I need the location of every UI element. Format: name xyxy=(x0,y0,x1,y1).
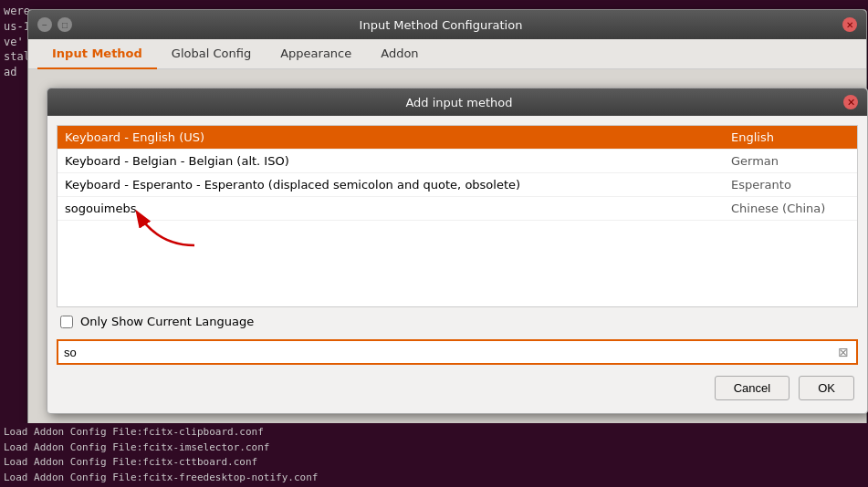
list-item-1[interactable]: Keyboard - Belgian - Belgian (alt. ISO) … xyxy=(58,150,857,173)
list-item-0[interactable]: Keyboard - English (US) English xyxy=(58,126,857,150)
cancel-button[interactable]: Cancel xyxy=(715,376,790,400)
input-method-list[interactable]: Keyboard - English (US) English Keyboard… xyxy=(57,125,858,307)
search-row: ⊠ xyxy=(57,339,858,365)
list-item-3[interactable]: sogouimebs Chinese (China) xyxy=(58,197,857,221)
list-item-1-name: Keyboard - Belgian - Belgian (alt. ISO) xyxy=(65,154,713,168)
tab-global-config[interactable]: Global Config xyxy=(157,39,266,69)
maximize-button[interactable]: □ xyxy=(58,17,72,32)
checkbox-row: Only Show Current Language xyxy=(57,307,858,336)
only-show-current-language-checkbox[interactable] xyxy=(60,316,73,328)
main-window: − □ Input Method Configuration ✕ Input M… xyxy=(27,9,867,487)
list-item-2[interactable]: Keyboard - Esperanto - Esperanto (displa… xyxy=(58,173,857,197)
list-item-1-lang: German xyxy=(713,154,850,168)
terminal-output: Load Addon Config File:fcitx-clipboard.c… xyxy=(0,423,868,487)
list-item-3-lang: Chinese (China) xyxy=(713,202,850,215)
main-window-title: Input Method Configuration xyxy=(72,18,810,32)
minimize-button[interactable]: − xyxy=(37,17,52,32)
list-item-2-name: Keyboard - Esperanto - Esperanto (displa… xyxy=(65,178,713,192)
titlebar-left-controls: − □ xyxy=(37,17,72,32)
tab-addon[interactable]: Addon xyxy=(366,39,433,69)
dialog-titlebar: Add input method ✕ xyxy=(47,88,867,116)
main-titlebar: − □ Input Method Configuration ✕ xyxy=(28,10,866,39)
dialog-title: Add input method xyxy=(75,96,843,109)
checkbox-label: Only Show Current Language xyxy=(80,315,254,328)
terminal-output-line-2: Load Addon Config File:fcitx-imselector.… xyxy=(4,440,864,456)
search-input[interactable] xyxy=(64,346,836,359)
terminal-output-line-1: Load Addon Config File:fcitx-clipboard.c… xyxy=(4,425,864,440)
list-item-2-lang: Esperanto xyxy=(713,178,850,192)
main-close-button[interactable]: ✕ xyxy=(842,17,857,32)
dialog-close-button[interactable]: ✕ xyxy=(843,95,858,109)
list-item-0-name: Keyboard - English (US) xyxy=(65,130,713,144)
search-clear-button[interactable]: ⊠ xyxy=(836,345,851,359)
dialog-buttons-row: Cancel OK xyxy=(57,368,858,404)
list-item-3-name: sogouimebs xyxy=(65,202,713,215)
tab-appearance[interactable]: Appearance xyxy=(266,39,366,69)
tab-input-method[interactable]: Input Method xyxy=(37,39,157,69)
terminal-output-line-4: Load Addon Config File:fcitx-freedesktop… xyxy=(4,471,864,486)
add-input-method-dialog: Add input method ✕ Keyboard - English (U… xyxy=(47,88,868,414)
tabs-bar: Input Method Global Config Appearance Ad… xyxy=(28,39,866,69)
list-item-0-lang: English xyxy=(713,130,850,144)
dialog-body: Keyboard - English (US) English Keyboard… xyxy=(47,116,867,413)
terminal-output-line-3: Load Addon Config File:fcitx-cttboard.co… xyxy=(4,455,864,471)
ok-button[interactable]: OK xyxy=(799,376,854,400)
